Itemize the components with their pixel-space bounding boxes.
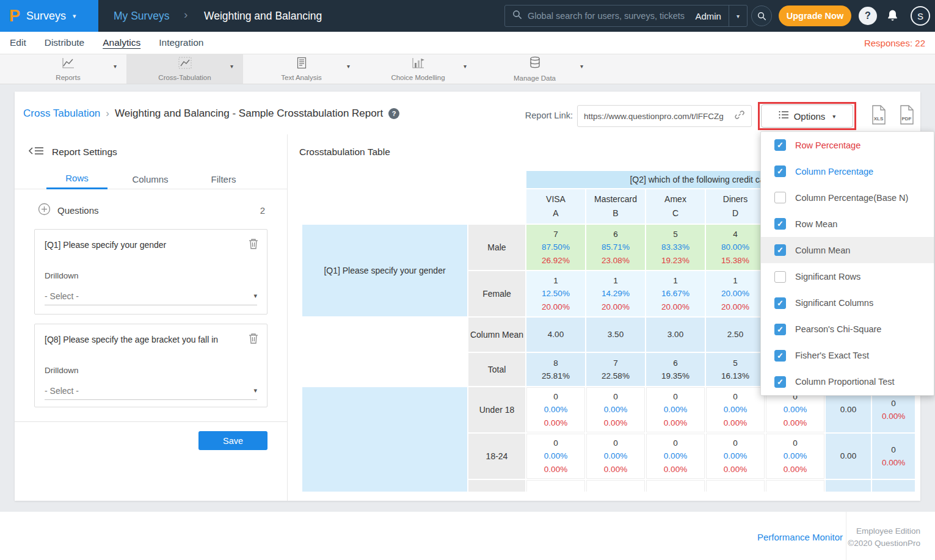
row-label-total: Total [468,353,525,386]
nav-item-edit[interactable]: Edit [10,37,26,48]
analytics-toolbar: Reports ▾ Cross-Tabulation ▾ Text Analys… [0,54,935,84]
nav-item-analytics[interactable]: Analytics [103,37,140,48]
add-question-icon[interactable] [38,203,51,218]
total-cell [872,480,915,492]
crosstab-cell: 583.33%19.23% [646,225,705,270]
crosstab-cell: 2.50 [706,318,765,352]
nav-item-integration[interactable]: Integration [159,37,203,48]
option-significant-columns[interactable]: Significant Columns [761,290,934,316]
breadcrumb-separator: › [184,8,187,21]
export-pdf-button[interactable]: PDF [899,105,915,127]
option-column-proportional-test[interactable]: Column Proportional Test [761,369,934,395]
column-header-mastercard: MastercardB [586,189,645,224]
tool-manage-data[interactable]: Manage Data ▾ [476,54,593,84]
chevron-down-icon[interactable]: ▾ [230,63,233,70]
option-row-mean[interactable]: Row Mean [761,211,934,237]
questions-label[interactable]: Questions [57,205,99,216]
product-switcher[interactable]: P Surveys ▾ [0,0,98,32]
option-fishers-exact-test[interactable]: Fisher's Exact Test [761,343,934,369]
save-button[interactable]: Save [198,431,267,450]
global-search-box[interactable]: Admin ▾ [504,5,748,27]
checkbox[interactable] [774,192,786,203]
blank-cell [302,171,525,188]
chevron-down-icon[interactable]: ▾ [729,5,747,26]
tab-rows[interactable]: Rows [46,169,107,189]
tool-label: Text Analysis [281,74,321,81]
crosstab-cell [706,480,765,492]
crosstab-cell: 3.50 [586,318,645,352]
export-xls-button[interactable]: XLS [871,105,887,127]
performance-monitor-link[interactable]: Performance Monitor [757,532,843,542]
user-avatar[interactable]: S [911,6,930,26]
svg-text:XLS: XLS [874,116,884,122]
database-icon [529,56,541,72]
breadcrumb-my-surveys[interactable]: My Surveys [114,10,169,23]
options-dropdown-button[interactable]: Options ▾ [761,104,853,128]
delete-question-icon[interactable] [249,333,258,347]
select-value: - Select - [45,386,79,396]
help-icon[interactable]: ? [388,108,399,119]
crosstab-cell: 00.00%0.00% [526,434,585,479]
svg-text:PDF: PDF [902,116,912,122]
global-search-input[interactable] [528,11,688,21]
checkbox[interactable] [774,218,786,230]
option-column-percentage-base-n[interactable]: Column Percentage(Base N) [761,184,934,211]
delete-question-icon[interactable] [249,238,258,252]
cross-tabulation-link[interactable]: Cross Tabulation [23,107,100,120]
chevron-down-icon[interactable]: ▾ [347,63,350,70]
drilldown-select[interactable]: - Select - ▾ [45,382,257,400]
checkbox[interactable] [774,324,786,335]
checkbox[interactable] [774,271,786,283]
option-column-mean[interactable]: Column Mean [761,237,934,263]
report-link-url[interactable]: https://www.questionpro.com/t/lFFCZg [584,112,734,121]
crosstab-cell: 114.29%20.00% [586,271,645,316]
crosstab-cell: 825.81% [526,353,585,386]
chevron-down-icon[interactable]: ▾ [114,63,117,70]
report-link-field[interactable]: https://www.questionpro.com/t/lFFCZg [577,105,752,127]
checkbox[interactable] [774,244,786,256]
tab-filters[interactable]: Filters [193,169,254,189]
report-settings-header: Report Settings [28,145,117,159]
text-doc-icon [296,57,308,71]
search-submit-button[interactable] [751,5,772,26]
chevron-down-icon: ▾ [73,12,76,20]
help-icon[interactable]: ? [859,7,877,25]
report-breadcrumb: Cross Tabulation › Weighting and Balanci… [23,107,399,120]
chevron-down-icon: ▾ [832,113,835,120]
q1-row-header-cell: [Q1] Please specify your gender [302,225,467,316]
edition-label: Employee Edition [846,525,920,537]
nav-item-distribute[interactable]: Distribute [45,37,84,48]
option-pearsons-chi-square[interactable]: Pearson's Chi-Square [761,316,934,343]
report-link-label: Report Link: [518,111,573,120]
collapse-panel-icon[interactable] [28,145,44,159]
option-column-percentage[interactable]: Column Percentage [761,158,934,184]
drilldown-label: Drilldown [45,271,79,280]
search-scope-selector[interactable]: Admin [688,11,729,21]
tool-text-analysis[interactable]: Text Analysis ▾ [243,54,360,84]
chevron-down-icon: ▾ [253,292,257,300]
crosstab-cell: 00.00%0.00% [646,387,705,432]
chevron-down-icon[interactable]: ▾ [580,63,583,70]
checkbox[interactable] [774,350,786,362]
select-value: - Select - [45,291,79,301]
option-label: Column Proportional Test [795,377,895,387]
tool-reports[interactable]: Reports ▾ [10,54,126,84]
tool-cross-tabulation[interactable]: Cross-Tabulation ▾ [126,54,243,84]
crosstab-cell: 516.13% [706,353,765,386]
crosstab-cell: 00.00%0.00% [646,434,705,479]
option-significant-rows[interactable]: Significant Rows [761,263,934,289]
notifications-bell-icon[interactable] [887,9,898,24]
tool-label: Manage Data [514,75,556,82]
option-row-percentage[interactable]: Row Percentage [761,132,934,158]
link-icon[interactable] [734,109,745,123]
checkbox[interactable] [774,139,786,151]
checkbox[interactable] [774,165,786,177]
checkbox[interactable] [774,297,786,309]
row-mean-cell: 0.00 [826,434,871,479]
tab-columns[interactable]: Columns [120,169,181,189]
drilldown-select[interactable]: - Select - ▾ [45,287,257,305]
checkbox[interactable] [774,376,786,388]
chevron-down-icon[interactable]: ▾ [464,63,467,70]
tool-choice-modelling[interactable]: Choice Modelling ▾ [360,54,476,84]
upgrade-now-button[interactable]: Upgrade Now [779,5,851,26]
